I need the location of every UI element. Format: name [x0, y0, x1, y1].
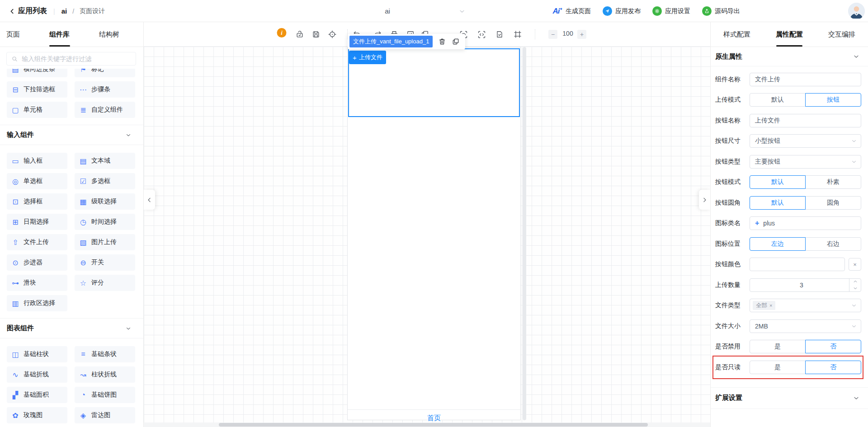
segment-option[interactable]: 是: [750, 340, 806, 353]
collapse-right-panel-button[interactable]: [699, 190, 710, 210]
component-item[interactable]: ◈雷达图: [75, 407, 135, 423]
component-item[interactable]: ↝柱状折线: [75, 366, 135, 383]
component-item[interactable]: ⋯步骤条: [75, 81, 135, 98]
component-item[interactable]: ☆评分: [75, 275, 135, 291]
toolbar-info-icon[interactable]: i: [277, 28, 287, 38]
component-item-label: 基础柱状: [24, 350, 49, 358]
component-item[interactable]: ⊟下拉筛选框: [7, 81, 67, 98]
component-item[interactable]: ⚑标记: [75, 69, 135, 77]
number-input[interactable]: 3: [750, 278, 861, 292]
tab-style-config[interactable]: 样式配置: [723, 22, 750, 47]
collapse-left-panel-button[interactable]: [144, 190, 155, 210]
component-item[interactable]: ∿基础折线: [7, 366, 67, 383]
vertical-scrollbar[interactable]: [523, 47, 526, 420]
component-item[interactable]: ◫基础柱状: [7, 346, 67, 362]
component-item[interactable]: ◔基础饼图: [75, 387, 135, 403]
component-item[interactable]: ▭输入框: [7, 153, 67, 169]
tag-select-input[interactable]: 全部×: [750, 299, 861, 312]
cascader-icon: ▦: [79, 197, 87, 206]
segment-option[interactable]: 默认: [750, 93, 806, 107]
search-input[interactable]: [22, 55, 131, 62]
horizontal-scrollbar-thumb[interactable]: [219, 423, 648, 427]
text-input[interactable]: 文件上传: [750, 73, 861, 86]
toolbar-unlock-icon[interactable]: [293, 28, 306, 41]
tab-home[interactable]: 首页: [427, 414, 441, 422]
segment-option[interactable]: 朴素: [805, 175, 861, 189]
toolbar-artboard-icon[interactable]: [511, 28, 524, 41]
app-settings-button[interactable]: 应用设置: [652, 6, 690, 16]
component-item[interactable]: ▦级联选择: [75, 193, 135, 210]
component-item[interactable]: ⊙步进器: [7, 254, 67, 271]
select-input[interactable]: 2MB: [750, 319, 861, 333]
segment-option[interactable]: 左边: [750, 237, 806, 251]
component-item[interactable]: ≣自定义组件: [75, 102, 135, 118]
source-export-button[interactable]: 源码导出: [702, 6, 740, 16]
chevron-down-icon[interactable]: [125, 325, 132, 332]
component-item[interactable]: ⊡选择框: [7, 193, 67, 210]
back-button[interactable]: 应用列表: [9, 6, 47, 16]
component-item-label: 时间选择: [91, 218, 117, 226]
component-search[interactable]: [6, 52, 136, 66]
component-item[interactable]: ▤文本域: [75, 153, 135, 169]
component-item[interactable]: ⊖开关: [75, 254, 135, 271]
zoom-in-button[interactable]: +: [577, 30, 586, 39]
app-publish-button[interactable]: 应用发布: [603, 6, 641, 16]
breadcrumb-app[interactable]: ai: [61, 7, 67, 15]
component-item[interactable]: ▤横向进度条: [7, 69, 67, 77]
topbar-divider: |: [53, 8, 55, 15]
component-item[interactable]: ⊶滑块: [7, 275, 67, 291]
segment-option[interactable]: 否: [805, 340, 861, 353]
tab-property-config[interactable]: 属性配置: [776, 22, 803, 47]
tab-interaction-config[interactable]: 交互编排: [828, 22, 855, 47]
selected-component-chip[interactable]: 文件上传_vant_file_upload_1: [349, 36, 433, 47]
sidebar-tab-tree[interactable]: 结构树: [99, 22, 119, 47]
segment-option[interactable]: 按钮: [805, 93, 861, 107]
segment-option[interactable]: 默认: [750, 175, 806, 189]
component-item[interactable]: ✿玫瑰图: [7, 407, 67, 423]
zoom-out-button[interactable]: −: [548, 30, 557, 39]
toolbar-code-view-icon[interactable]: [475, 28, 488, 41]
decrement-button[interactable]: [849, 285, 861, 292]
icon-class-input[interactable]: +plus: [750, 216, 861, 230]
select-input[interactable]: 主要按钮: [750, 155, 861, 169]
select-input[interactable]: 小型按钮: [750, 134, 861, 148]
component-item[interactable]: ◷时间选择: [75, 214, 135, 230]
component-item[interactable]: ◎单选框: [7, 173, 67, 189]
generate-page-button[interactable]: Ai✦生成页面: [552, 7, 591, 16]
component-item[interactable]: ≡基础条状: [75, 346, 135, 362]
segment-option[interactable]: 否: [805, 361, 861, 374]
section-expand-settings[interactable]: 扩展设置: [711, 387, 868, 409]
delete-component-button[interactable]: [438, 38, 446, 46]
component-item-label: 行政区选择: [24, 299, 55, 307]
toolbar-locate-icon[interactable]: [326, 28, 339, 41]
chevron-down-icon[interactable]: [125, 132, 132, 138]
field-label: 按钮模式: [715, 178, 750, 186]
clear-color-button[interactable]: ×: [849, 258, 861, 271]
segment-option[interactable]: 右边: [805, 237, 861, 251]
sidebar-tab-pages[interactable]: 页面: [6, 22, 20, 47]
component-item[interactable]: ⊞日期选择: [7, 214, 67, 230]
component-item[interactable]: ▢单元格: [7, 102, 67, 118]
segment-option[interactable]: 圆角: [805, 196, 861, 210]
page-select[interactable]: ai: [316, 0, 466, 22]
segment-option[interactable]: 默认: [750, 196, 806, 210]
increment-button[interactable]: [849, 278, 861, 285]
component-item[interactable]: ▥行政区选择: [7, 295, 67, 311]
text-input[interactable]: 上传文件: [750, 114, 861, 127]
segment-option[interactable]: 是: [750, 361, 806, 374]
component-item[interactable]: ▧图片上传: [75, 234, 135, 250]
component-group-header: 输入组件: [0, 125, 143, 145]
sidebar-tab-components[interactable]: 组件库: [49, 22, 70, 47]
component-item[interactable]: ☑多选框: [75, 173, 135, 189]
copy-component-button[interactable]: [452, 38, 460, 46]
file-type-tag[interactable]: 全部×: [753, 301, 775, 310]
component-item[interactable]: ⇧文件上传: [7, 234, 67, 250]
toolbar-save-icon[interactable]: [310, 28, 322, 41]
toolbar-page-check-icon[interactable]: [493, 28, 506, 41]
component-item[interactable]: ▞基础面积: [7, 387, 67, 403]
upload-file-button[interactable]: + 上传文件: [349, 51, 386, 64]
remove-tag-icon[interactable]: ×: [769, 302, 772, 309]
color-input[interactable]: [750, 258, 845, 271]
avatar[interactable]: [848, 3, 865, 19]
section-native-props[interactable]: 原生属性: [711, 47, 868, 66]
